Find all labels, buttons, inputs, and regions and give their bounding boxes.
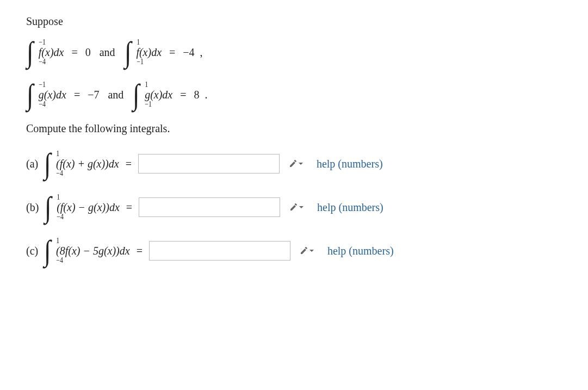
f1-body: f(x)dx <box>39 46 64 59</box>
b-body: (f(x) − g(x))dx <box>57 201 120 214</box>
intro-text: Suppose <box>26 15 562 28</box>
caret-down-icon <box>299 162 303 166</box>
integral-f1: ∫ −1 −4 f(x)dx <box>26 38 64 67</box>
given-line-g: ∫ −1 −4 g(x)dx = −7 and ∫ 1 −1 g(x)dx = … <box>26 80 562 109</box>
help-link-a[interactable]: help (numbers) <box>317 158 383 170</box>
integral-c: ∫ 1 −4 (8f(x) − 5g(x))dx <box>44 236 129 265</box>
given-line-f: ∫ −1 −4 f(x)dx = 0 and ∫ 1 −1 f(x)dx = −… <box>26 38 562 67</box>
part-label-b: (b) <box>26 201 39 214</box>
question-row-b: (b) ∫ 1 −4 (f(x) − g(x))dx = help (numbe… <box>26 193 562 222</box>
pencil-icon <box>300 246 308 255</box>
equals-sign: = <box>126 158 132 170</box>
integral-b: ∫ 1 −4 (f(x) − g(x))dx <box>44 193 119 222</box>
f1-upper: −1 <box>39 39 46 46</box>
question-row-a: (a) ∫ 1 −4 (f(x) + g(x))dx = help (numbe… <box>26 149 562 178</box>
f2-lower: −1 <box>137 58 144 66</box>
f2-value: −4 <box>183 46 194 59</box>
f2-upper: 1 <box>137 39 140 46</box>
preview-button-c[interactable] <box>297 243 317 259</box>
period: . <box>205 89 207 101</box>
c-upper: 1 <box>56 237 59 245</box>
g1-upper: −1 <box>39 81 46 89</box>
a-upper: 1 <box>56 150 59 158</box>
g1-lower: −4 <box>39 101 46 108</box>
preview-button-a[interactable] <box>286 156 306 172</box>
help-link-b[interactable]: help (numbers) <box>317 201 383 214</box>
equals-sign: = <box>169 46 175 59</box>
g2-lower: −1 <box>145 101 152 108</box>
b-lower: −4 <box>57 213 64 221</box>
pencil-icon <box>289 159 298 168</box>
compute-text: Compute the following integrals. <box>26 122 562 135</box>
c-lower: −4 <box>56 257 63 264</box>
answer-input-b[interactable] <box>139 197 280 217</box>
f1-value: 0 <box>85 46 91 59</box>
and-word: and <box>108 89 123 101</box>
integral-g2: ∫ 1 −1 g(x)dx <box>132 80 172 109</box>
equals-sign: = <box>126 201 132 214</box>
equals-sign: = <box>180 89 186 101</box>
c-body: (8f(x) − 5g(x))dx <box>56 245 130 257</box>
integral-a: ∫ 1 −4 (f(x) + g(x))dx <box>44 149 119 178</box>
integral-g1: ∫ −1 −4 g(x)dx <box>26 80 66 109</box>
equals-sign: = <box>137 245 143 257</box>
integral-f2: ∫ 1 −1 f(x)dx <box>124 38 162 67</box>
g2-value: 8 <box>194 89 199 101</box>
g1-body: g(x)dx <box>39 89 66 101</box>
a-lower: −4 <box>56 170 63 177</box>
answer-input-c[interactable] <box>149 241 290 261</box>
a-body: (f(x) + g(x))dx <box>56 158 119 170</box>
answer-input-a[interactable] <box>138 154 280 174</box>
f1-lower: −4 <box>39 58 46 66</box>
pencil-icon <box>289 203 298 212</box>
b-upper: 1 <box>57 194 60 201</box>
f2-body: f(x)dx <box>136 46 162 59</box>
part-label-c: (c) <box>26 245 38 257</box>
question-row-c: (c) ∫ 1 −4 (8f(x) − 5g(x))dx = help (num… <box>26 236 562 265</box>
comma: , <box>200 46 203 59</box>
equals-sign: = <box>74 89 80 101</box>
preview-button-b[interactable] <box>287 199 306 215</box>
caret-down-icon <box>299 205 304 209</box>
g1-value: −7 <box>88 89 99 101</box>
part-label-a: (a) <box>26 158 38 170</box>
help-link-c[interactable]: help (numbers) <box>327 245 394 257</box>
caret-down-icon <box>310 249 314 253</box>
g2-upper: 1 <box>145 81 148 89</box>
g2-body: g(x)dx <box>145 89 172 101</box>
equals-sign: = <box>71 46 77 59</box>
and-word: and <box>100 46 115 59</box>
